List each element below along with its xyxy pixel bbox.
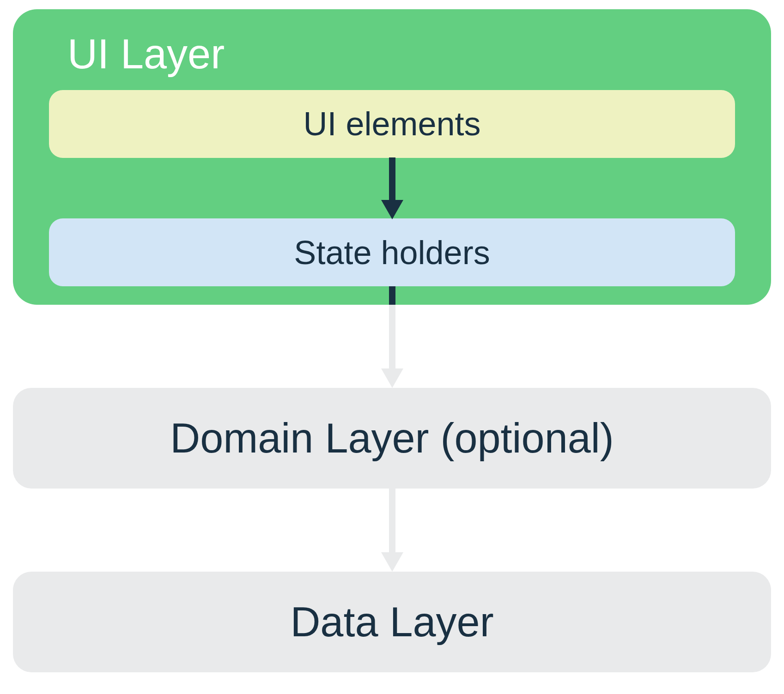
ui-elements-box: UI elements: [49, 90, 735, 158]
arrow-ui-to-state: [49, 158, 735, 218]
domain-layer-box: Domain Layer (optional): [13, 388, 771, 489]
svg-marker-1: [381, 200, 403, 219]
architecture-diagram: UI Layer UI elements State holders Domai…: [0, 0, 784, 694]
arrow-down-icon: [378, 286, 406, 388]
ui-layer-title: UI Layer: [67, 30, 735, 78]
ui-layer-container: UI Layer UI elements State holders: [13, 9, 771, 305]
state-holders-label: State holders: [294, 234, 490, 272]
svg-marker-6: [381, 552, 403, 572]
ui-elements-label: UI elements: [303, 105, 480, 143]
arrow-down-icon: [378, 489, 406, 572]
data-layer-label: Data Layer: [290, 598, 493, 646]
arrow-down-icon: [378, 157, 406, 219]
data-layer-box: Data Layer: [13, 572, 771, 672]
state-holders-box: State holders: [49, 218, 735, 286]
arrow-domain-to-data: [13, 489, 771, 572]
domain-layer-label: Domain Layer (optional): [170, 415, 614, 462]
svg-marker-4: [381, 368, 403, 388]
arrow-state-to-domain: [13, 305, 771, 388]
